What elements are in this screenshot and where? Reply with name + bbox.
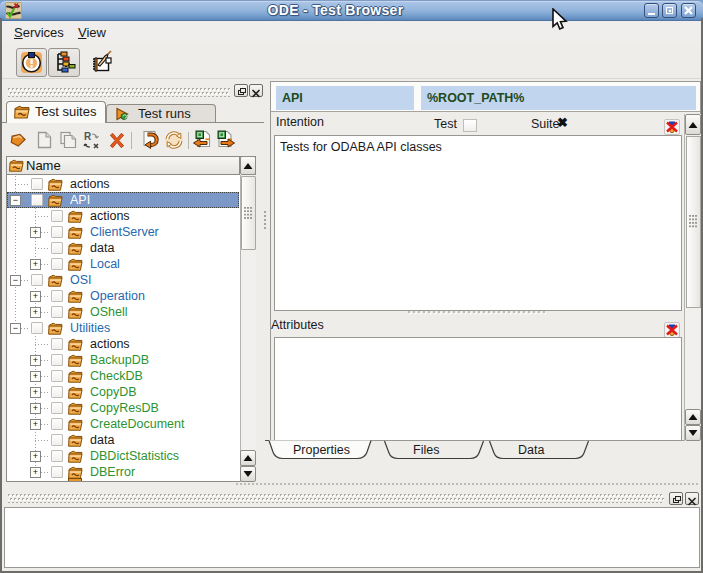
svg-text:R: R: [84, 131, 92, 142]
